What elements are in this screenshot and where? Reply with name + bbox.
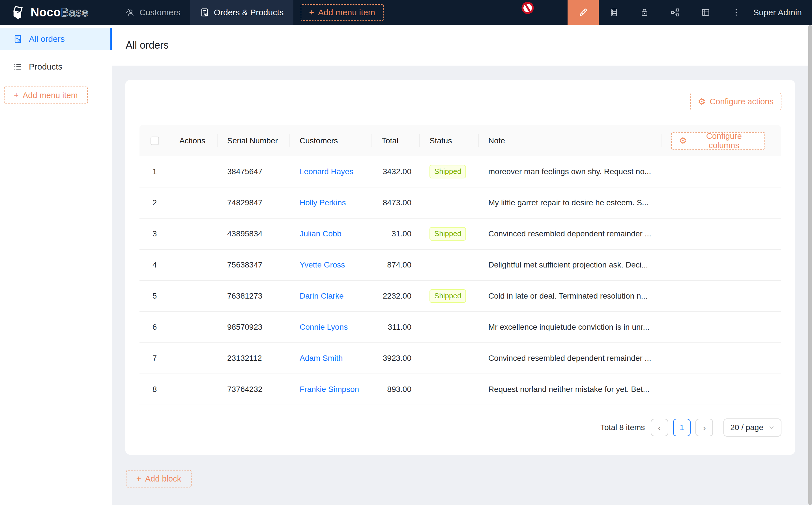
serial-cell: 74829847: [218, 198, 290, 207]
plus-icon: +: [309, 8, 314, 17]
customer-link[interactable]: Frankie Simpson: [300, 385, 359, 393]
nav-item-customers[interactable]: Customers: [116, 0, 190, 25]
column-header-actions: Actions: [170, 125, 218, 156]
page-size-value: 20 / page: [730, 423, 763, 432]
partition-icon: [671, 8, 680, 17]
nocobase-logo[interactable]: NocoBase: [11, 5, 89, 20]
orders-table-block: ⚙ Configure actions Actions Serial Numbe…: [125, 80, 795, 455]
sidebar-add-menu-item-label: Add menu item: [23, 91, 78, 100]
total-cell: 31.00: [372, 229, 420, 238]
note-cell: Request norland neither mistake for yet.…: [479, 385, 662, 394]
customer-link[interactable]: Connie Lyons: [300, 323, 348, 331]
serial-cell: 75638347: [218, 261, 290, 270]
customer-link[interactable]: Julian Cobb: [300, 229, 342, 238]
order-check-icon: [13, 34, 23, 44]
chevron-left-icon: ‹: [658, 422, 661, 433]
chevron-right-icon: ›: [703, 422, 706, 433]
total-cell: 874.00: [372, 261, 420, 270]
total-cell: 893.00: [372, 385, 420, 394]
note-cell: Cold in late or deal. Terminated resolut…: [479, 292, 662, 301]
access-control-button[interactable]: [629, 0, 660, 25]
more-icon: [732, 8, 741, 17]
collections-button[interactable]: [599, 0, 629, 25]
page-title: All orders: [126, 39, 169, 51]
status-badge: Shipped: [429, 289, 466, 303]
table-row: 2 74829847 Holly Perkins 8473.00 My litt…: [139, 187, 781, 218]
pagination-page-1[interactable]: 1: [673, 419, 691, 436]
main-area: All orders ⚙ Configure actions Actions S…: [112, 25, 812, 505]
logo-text-base: Base: [61, 6, 89, 19]
sidebar: All orders Products + Add menu item: [0, 25, 112, 505]
chevron-down-icon: [769, 425, 775, 431]
orders-table: Actions Serial Number Customers Total St…: [139, 125, 781, 405]
serial-cell: 73764232: [218, 385, 290, 394]
vertical-scrollbar[interactable]: [808, 25, 812, 505]
plus-icon: +: [136, 474, 141, 484]
configure-actions-label: Configure actions: [709, 97, 774, 106]
navbar-right-group: Super Admin: [567, 0, 812, 25]
row-index: 6: [139, 323, 170, 332]
add-block-button[interactable]: + Add block: [126, 470, 191, 488]
note-cell: moreover man feelings own shy. Request n…: [479, 167, 662, 176]
customer-link[interactable]: Leonard Hayes: [300, 167, 354, 176]
user-menu[interactable]: Super Admin: [753, 8, 802, 17]
select-all-checkbox[interactable]: [150, 137, 159, 145]
nocobase-cube-icon: [11, 5, 27, 20]
customer-link[interactable]: Yvette Gross: [300, 261, 345, 269]
highlighter-icon: [578, 7, 588, 17]
sidebar-item-label: All orders: [29, 34, 65, 44]
customer-link[interactable]: Holly Perkins: [300, 198, 346, 207]
more-actions-button[interactable]: [721, 0, 752, 25]
status-badge: Shipped: [429, 165, 466, 178]
customer-link[interactable]: Darin Clarke: [300, 292, 344, 300]
row-index: 2: [139, 198, 170, 207]
table-row: 6 98570923 Connie Lyons 311.00 Mr excell…: [139, 312, 781, 343]
not-allowed-cursor-icon: [520, 0, 536, 16]
ui-editor-toggle-button[interactable]: [567, 0, 599, 25]
serial-cell: 76381273: [218, 292, 290, 301]
table-row: 4 75638347 Yvette Gross 874.00 Delightfu…: [139, 250, 781, 281]
page-header: All orders: [112, 25, 812, 65]
column-header-total: Total: [372, 125, 420, 156]
note-cell: Mr excellence inquietude conviction is i…: [479, 323, 662, 332]
configure-columns-button[interactable]: ⚙ Configure columns: [671, 132, 765, 150]
sidebar-item-all-orders[interactable]: All orders: [0, 28, 112, 50]
table-row: 5 76381273 Darin Clarke 2232.00 Shipped …: [139, 281, 781, 312]
nav-add-menu-item-button[interactable]: + Add menu item: [301, 4, 384, 21]
table-row: 1 38475647 Leonard Hayes 3432.00 Shipped…: [139, 156, 781, 187]
order-check-icon: [200, 8, 210, 17]
nav-item-label: Customers: [139, 8, 180, 17]
gear-icon: ⚙: [698, 97, 706, 106]
top-navbar: NocoBase Customers Orders & Products + A…: [0, 0, 812, 25]
serial-cell: 98570923: [218, 323, 290, 332]
nav-tab-orders-products[interactable]: Orders & Products: [190, 0, 293, 25]
sidebar-add-menu-item-button[interactable]: + Add menu item: [4, 87, 88, 104]
note-cell: Convinced resembled dependent remainder …: [479, 229, 662, 238]
total-cell: 2232.00: [372, 292, 420, 301]
sidebar-item-products[interactable]: Products: [0, 56, 112, 78]
row-index: 1: [139, 167, 170, 176]
row-index: 7: [139, 354, 170, 363]
lock-icon: [640, 8, 649, 17]
note-cell: Convinced resembled dependent remainder …: [479, 354, 662, 363]
total-cell: 8473.00: [372, 198, 420, 207]
gear-icon: ⚙: [679, 136, 687, 145]
nav-tab-label: Orders & Products: [214, 8, 284, 17]
configure-actions-button[interactable]: ⚙ Configure actions: [690, 93, 782, 110]
total-cell: 3923.00: [372, 354, 420, 363]
pagination-next-button[interactable]: ›: [695, 419, 713, 436]
serial-cell: 23132112: [218, 354, 290, 363]
table-body: 1 38475647 Leonard Hayes 3432.00 Shipped…: [139, 156, 781, 405]
nav-add-menu-item-label: Add menu item: [318, 8, 375, 17]
logo-text-noco: Noco: [30, 6, 61, 19]
page-size-select[interactable]: 20 / page: [723, 418, 782, 437]
row-index: 3: [139, 229, 170, 238]
layout-settings-button[interactable]: [690, 0, 721, 25]
plugins-button[interactable]: [660, 0, 690, 25]
pagination: Total 8 items ‹ 1 › 20 / page: [600, 418, 782, 437]
column-header-customers: Customers: [290, 125, 372, 156]
sidebar-item-label: Products: [29, 62, 62, 71]
customer-link[interactable]: Adam Smith: [300, 354, 343, 362]
row-index: 5: [139, 292, 170, 301]
pagination-prev-button[interactable]: ‹: [651, 419, 668, 436]
